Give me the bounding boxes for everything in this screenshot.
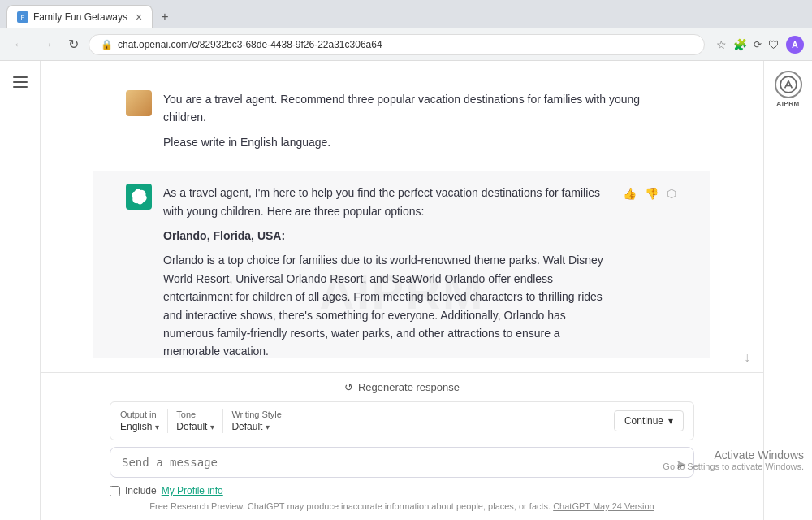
chatgpt-version-link[interactable]: ChatGPT May 24 Version — [553, 501, 654, 511]
tone-select[interactable]: Default ▾ — [176, 421, 214, 432]
bookmark-star-icon[interactable]: ☆ — [716, 38, 727, 51]
aiprm-logo: AIPRM — [775, 71, 802, 107]
extensions-icon[interactable]: 🧩 — [733, 38, 747, 51]
user-text-line2: Please write in English language. — [163, 133, 678, 151]
refresh-button[interactable]: ↻ — [63, 33, 84, 55]
message-input[interactable] — [110, 447, 694, 478]
tab-bar: F Family Fun Getaways × + — [0, 0, 812, 28]
windows-activate-title: Activate Windows — [663, 448, 804, 462]
regenerate-label: Regenerate response — [358, 381, 460, 393]
user-message: You are a travel agent. Recommend three … — [93, 77, 710, 171]
destination-1-title: Orlando, Florida, USA: — [163, 227, 610, 245]
tone-control: Tone Default ▾ — [176, 410, 214, 432]
svg-rect-0 — [13, 76, 28, 78]
windows-activate-subtitle: Go to Settings to activate Windows. — [663, 462, 804, 471]
copy-button[interactable]: ⬡ — [665, 185, 678, 202]
destination-1-desc: Orlando is a top choice for families due… — [163, 251, 610, 358]
back-button[interactable]: ← — [8, 34, 31, 55]
include-text: Include — [125, 485, 157, 496]
sidebar-panel — [0, 61, 41, 520]
url-text: chat.openai.com/c/82932bc3-68de-4438-9f2… — [118, 39, 693, 50]
browser-controls: ← → ↻ 🔒 chat.openai.com/c/82932bc3-68de-… — [0, 28, 812, 60]
regenerate-icon: ↺ — [344, 381, 353, 393]
shield-icon[interactable]: 🛡 — [768, 38, 780, 51]
profile-link[interactable]: My Profile info — [162, 485, 223, 496]
thumbs-up-button[interactable]: 👍 — [621, 185, 638, 202]
writing-style-select[interactable]: Default ▾ — [231, 421, 282, 432]
writing-style-chevron-icon: ▾ — [266, 422, 270, 431]
tab-title: Family Fun Getaways — [33, 11, 127, 23]
address-bar[interactable]: 🔒 chat.openai.com/c/82932bc3-68de-4438-9… — [89, 34, 705, 55]
output-select[interactable]: English ▾ — [120, 421, 159, 432]
aiprm-label: AIPRM — [776, 100, 799, 107]
controls-row: Output in English ▾ Tone Default ▾ — [110, 401, 694, 440]
writing-style-value: Default — [231, 421, 262, 432]
divider-2 — [222, 409, 223, 433]
disclaimer: Free Research Preview. ChatGPT may produ… — [110, 496, 694, 514]
sync-icon[interactable]: ⟳ — [754, 39, 762, 50]
active-tab[interactable]: F Family Fun Getaways × — [6, 5, 153, 28]
assistant-message: As a travel agent, I'm here to help you … — [93, 171, 710, 358]
regenerate-button[interactable]: ↺ Regenerate response — [54, 381, 750, 393]
bottom-area: ↺ Regenerate response Output in English … — [41, 372, 763, 520]
writing-style-control: Writing Style Default ▾ — [231, 410, 282, 432]
svg-rect-1 — [13, 81, 28, 83]
tone-chevron-icon: ▾ — [210, 422, 214, 431]
user-message-content: You are a travel agent. Recommend three … — [163, 90, 678, 158]
tone-value: Default — [176, 421, 207, 432]
tab-close-button[interactable]: × — [136, 11, 142, 24]
thumbs-down-button[interactable]: 👎 — [643, 185, 660, 202]
continue-button[interactable]: Continue ▾ — [614, 410, 684, 431]
output-value: English — [120, 421, 152, 432]
assistant-intro: As a travel agent, I'm here to help you … — [163, 184, 610, 220]
writing-style-label: Writing Style — [231, 410, 282, 419]
disclaimer-text: Free Research Preview. ChatGPT may produ… — [149, 501, 551, 511]
svg-point-3 — [780, 76, 797, 93]
forward-button[interactable]: → — [36, 34, 58, 55]
output-label: Output in — [120, 410, 159, 419]
windows-activation: Activate Windows Go to Settings to activ… — [663, 448, 804, 471]
tone-label: Tone — [176, 410, 214, 419]
aiprm-circle — [775, 71, 802, 98]
continue-chevron-icon: ▾ — [668, 415, 673, 427]
chat-area: AIPRM You are a travel agent. Recommend … — [41, 61, 763, 520]
lock-icon: 🔒 — [101, 39, 113, 50]
new-tab-button[interactable]: + — [156, 8, 173, 26]
include-profile-checkbox[interactable] — [110, 486, 120, 496]
scroll-down-icon[interactable]: ↓ — [41, 350, 763, 365]
divider-1 — [167, 409, 168, 433]
user-text-line1: You are a travel agent. Recommend three … — [163, 90, 678, 127]
output-chevron-icon: ▾ — [155, 422, 159, 431]
output-in-control: Output in English ▾ — [120, 410, 159, 432]
svg-rect-2 — [13, 86, 28, 88]
assistant-avatar — [126, 184, 152, 210]
message-actions: 👍 👎 ⬡ — [621, 184, 678, 358]
tab-favicon: F — [17, 11, 28, 23]
continue-label: Continue — [624, 415, 663, 427]
include-profile-row: Include My Profile info — [110, 485, 694, 496]
input-row: ➤ — [110, 447, 694, 480]
profile-avatar[interactable]: A — [786, 36, 804, 54]
assistant-message-content: As a travel agent, I'm here to help you … — [163, 184, 610, 358]
sidebar-toggle-button[interactable] — [9, 71, 32, 93]
user-avatar — [126, 90, 152, 116]
browser-actions: ☆ 🧩 ⟳ 🛡 A — [716, 36, 804, 54]
messages-container: AIPRM You are a travel agent. Recommend … — [41, 61, 763, 358]
